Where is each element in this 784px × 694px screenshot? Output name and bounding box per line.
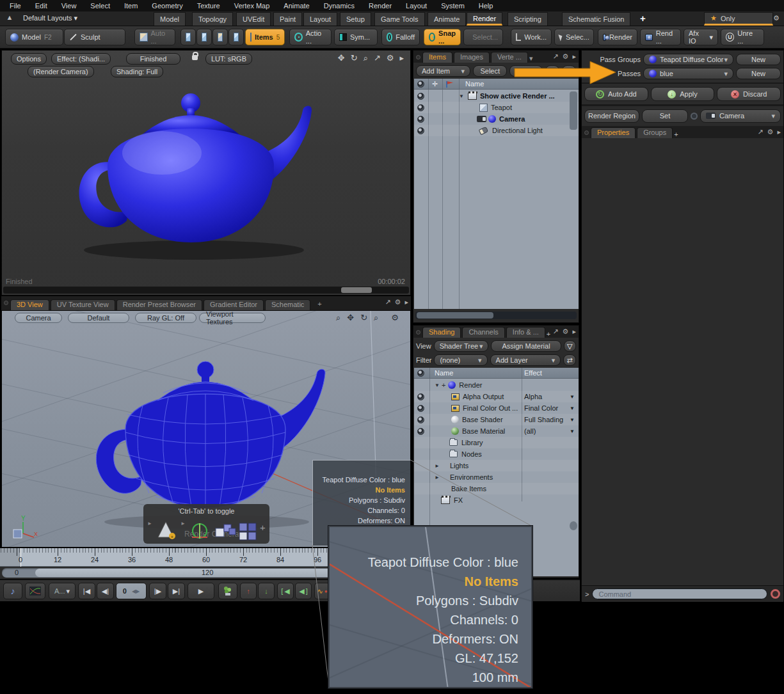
- render-options-pill[interactable]: Options: [11, 53, 47, 65]
- expand-icon[interactable]: ↗: [757, 128, 763, 136]
- step-forward-button[interactable]: |▶: [149, 583, 166, 599]
- panel-menu-dot[interactable]: [416, 55, 420, 59]
- selection-sets-button[interactable]: Selec...: [554, 29, 594, 45]
- magnifier-icon[interactable]: ⌕: [374, 313, 378, 323]
- eye-icon[interactable]: [417, 405, 424, 412]
- shader-row-base-material[interactable]: Base Material (all) ▼: [414, 425, 579, 437]
- add-layout-tab-button[interactable]: +: [640, 13, 646, 24]
- shader-row-base-shader[interactable]: Base Shader Full Shading ▼: [414, 414, 579, 425]
- eye-icon[interactable]: [417, 428, 424, 435]
- select-falloff-button[interactable]: Select...: [463, 29, 503, 45]
- expand-icon[interactable]: ↗: [385, 298, 390, 306]
- panel-menu-dot[interactable]: [416, 330, 420, 335]
- action-centers-button[interactable]: Actio ...: [289, 29, 332, 45]
- plus-icon[interactable]: +: [442, 381, 445, 389]
- sculpt-mode-button[interactable]: Sculpt: [64, 29, 125, 45]
- only-button[interactable]: ★Only: [704, 12, 773, 26]
- eye-icon[interactable]: [417, 393, 424, 400]
- assign-material-button[interactable]: Assign Material: [491, 340, 561, 352]
- rotate-icon[interactable]: ↻: [351, 53, 358, 63]
- menu-animate[interactable]: Animate: [276, 2, 316, 10]
- next-keyframe-button[interactable]: ◀]: [295, 583, 312, 599]
- render-hscrollbar[interactable]: [3, 287, 409, 294]
- eye-icon[interactable]: [417, 93, 424, 100]
- layout-tab-topology[interactable]: Topology: [192, 12, 233, 26]
- chevron-right-icon[interactable]: ▸: [404, 298, 408, 306]
- menu-select[interactable]: Select: [83, 2, 117, 10]
- add-tab-button[interactable]: +: [547, 330, 550, 338]
- items-hscrollbar[interactable]: [415, 312, 577, 319]
- menu-render[interactable]: Render: [362, 2, 399, 10]
- zoom-in-icon[interactable]: ⌕: [336, 313, 340, 323]
- tab-gradient-editor[interactable]: Gradient Editor: [204, 299, 264, 310]
- menu-texture[interactable]: Texture: [190, 2, 227, 10]
- tag-column-icon[interactable]: [446, 81, 454, 88]
- items-mode-cube-button[interactable]: [228, 29, 244, 45]
- item-row-teapot[interactable]: Teapot: [414, 102, 579, 113]
- camera-radio-icon[interactable]: [691, 113, 698, 120]
- work-plane-button[interactable]: Work...: [511, 29, 552, 45]
- layout-preset-dropdown[interactable]: Default Layouts ▾: [18, 13, 83, 24]
- tab-uv-texture-view[interactable]: UV Texture View: [51, 299, 115, 310]
- filter-dropdown[interactable]: (none)▾: [434, 354, 487, 366]
- pin-column-icon[interactable]: ✛: [432, 80, 438, 88]
- tab-info[interactable]: Info & ...: [506, 327, 545, 338]
- effect-dropdown-icon[interactable]: ▼: [570, 394, 575, 400]
- shader-row-nodes[interactable]: Nodes: [414, 448, 579, 460]
- current-frame-field[interactable]: 0◀▶: [116, 583, 147, 599]
- expander-icon[interactable]: ►: [435, 475, 440, 480]
- shading-vscroll-thumb[interactable]: [570, 521, 577, 530]
- tab-shading[interactable]: Shading: [422, 327, 461, 338]
- audio-button[interactable]: ♪: [3, 583, 22, 599]
- gear-icon[interactable]: ⚙: [395, 298, 401, 306]
- set-button[interactable]: Set: [642, 109, 688, 123]
- menu-system[interactable]: System: [434, 2, 472, 10]
- render-shading-pill[interactable]: Shading: Full: [111, 66, 163, 77]
- key-up-button[interactable]: ↑: [240, 583, 257, 599]
- chevron-right-icon[interactable]: ▸: [572, 327, 576, 336]
- render-button[interactable]: Render: [598, 29, 637, 45]
- tab-images[interactable]: Images: [454, 52, 490, 63]
- menu-help[interactable]: Help: [472, 2, 500, 10]
- shader-row-alpha-output[interactable]: Alpha Output Alpha ▼: [414, 391, 579, 402]
- layer-options-icon[interactable]: ⇄: [563, 354, 576, 366]
- tab-render-preset-browser[interactable]: Render Preset Browser: [116, 299, 202, 310]
- add-tab-button[interactable]: +: [312, 299, 327, 310]
- vertices-mode-button[interactable]: [180, 29, 196, 45]
- eye-icon[interactable]: [417, 116, 424, 123]
- add-layer-dropdown[interactable]: Add Layer▾: [490, 354, 561, 366]
- tab-schematic[interactable]: Schematic: [265, 299, 310, 310]
- cone-tool-icon[interactable]: +: [156, 521, 178, 540]
- layout-tab-schematic-fusion[interactable]: Schematic Fusion: [562, 12, 630, 26]
- pin-layout-icon[interactable]: ▲: [4, 13, 15, 24]
- items-vscrollbar[interactable]: [570, 91, 577, 130]
- eye-icon[interactable]: [417, 127, 424, 134]
- gear-icon[interactable]: ⚙: [563, 327, 569, 336]
- chevron-right-icon[interactable]: ▸: [777, 128, 781, 136]
- add-item-button[interactable]: Add Item▾: [416, 65, 470, 77]
- magnifier-icon[interactable]: ⌕: [364, 53, 368, 63]
- render-effect-pill[interactable]: Effect: (Shadi...: [51, 53, 111, 65]
- cube-array-icon[interactable]: [214, 521, 237, 541]
- viewport-raygl-pill[interactable]: Ray GL: Off: [135, 313, 196, 323]
- auto-add-button[interactable]: ↻Auto Add: [584, 87, 648, 101]
- item-row-directional-light[interactable]: Directional Light: [414, 125, 579, 136]
- layout-tab-layout[interactable]: Layout: [303, 12, 337, 26]
- render-lut-pill[interactable]: LUT: sRGB: [205, 53, 252, 65]
- menu-edit[interactable]: Edit: [28, 2, 54, 10]
- command-input[interactable]: [592, 588, 767, 599]
- expander-icon[interactable]: ▼: [459, 93, 464, 99]
- expand-icon[interactable]: ↗: [552, 327, 558, 336]
- pan-icon[interactable]: ✥: [347, 313, 354, 323]
- tab-properties[interactable]: Properties: [591, 127, 636, 138]
- menu-view[interactable]: View: [54, 2, 84, 10]
- layout-tab-uvedit[interactable]: UVEdit: [236, 12, 271, 26]
- graph-editor-button[interactable]: [25, 583, 45, 599]
- skip-to-end-button[interactable]: ▶|: [168, 583, 185, 599]
- tab-3d-view[interactable]: 3D View: [10, 299, 49, 310]
- rotate-icon[interactable]: ↻: [360, 313, 367, 323]
- new-pass-group-button[interactable]: New: [736, 54, 781, 65]
- shader-row-lights[interactable]: ► Lights: [414, 460, 579, 471]
- render-region-button[interactable]: Render Region: [584, 109, 639, 123]
- polygons-mode-button[interactable]: [212, 29, 228, 45]
